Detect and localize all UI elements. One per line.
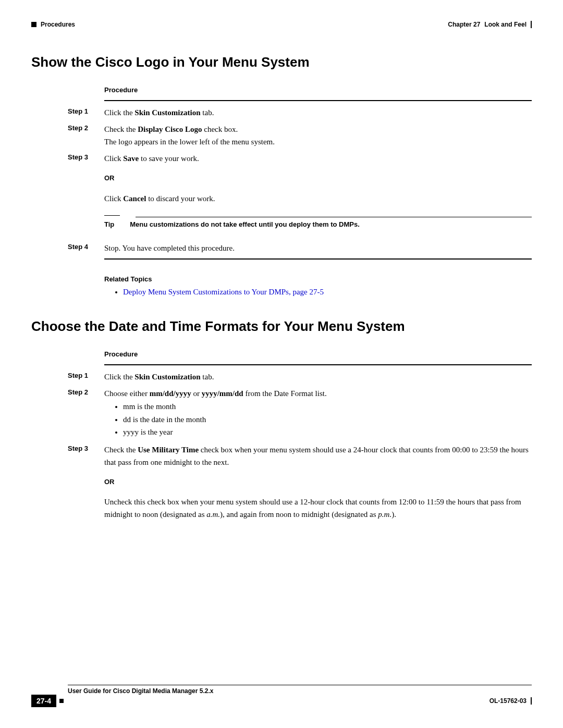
page-header: Procedures Chapter 27 Look and Feel xyxy=(31,21,532,28)
tip-text: Menu customizations do not take effect u… xyxy=(130,219,360,230)
breadcrumb: Procedures xyxy=(41,21,75,28)
header-divider xyxy=(531,21,532,28)
rule xyxy=(104,258,532,260)
header-marker xyxy=(31,22,36,27)
section-title-2: Choose the Date and Time Formats for You… xyxy=(31,318,532,335)
section-title-1: Show the Cisco Logo in Your Menu System xyxy=(31,54,532,70)
step-body: Check the Display Cisco Logo check box. … xyxy=(104,123,532,148)
related-link[interactable]: Deploy Menu System Customizations to You… xyxy=(123,288,324,296)
related-topics-label: Related Topics xyxy=(104,275,532,283)
step-body: Stop. You have completed this procedure. xyxy=(104,242,532,254)
steps-2: Step 1 Click the Skin Customization tab.… xyxy=(68,371,532,521)
step-body: Click Save to save your work. OR Click C… xyxy=(104,152,532,238)
header-right: Chapter 27 Look and Feel xyxy=(448,21,532,28)
page-number: 27-4 xyxy=(31,695,56,707)
bullet: mm is the month xyxy=(123,401,532,413)
step-label: Step 3 xyxy=(68,443,104,454)
or-label: OR xyxy=(104,173,532,184)
bullet: dd is the date in the month xyxy=(123,414,532,426)
step-body: Click the Skin Customization tab. xyxy=(104,371,532,383)
rule xyxy=(104,364,532,365)
chapter-number: Chapter 27 xyxy=(448,21,480,28)
step-label: Step 4 xyxy=(68,242,104,253)
bullet: yyyy is the year xyxy=(123,426,532,438)
steps-1: Step 1 Click the Skin Customization tab.… xyxy=(68,106,532,254)
tip-block: Tip Menu customizations do not take effe… xyxy=(104,215,532,232)
step-note: The logo appears in the lower left of th… xyxy=(104,135,532,148)
step-label: Step 3 xyxy=(68,152,104,163)
step-body: Check the Use Military Time check box wh… xyxy=(104,443,532,521)
procedure-label-1: Procedure xyxy=(104,86,532,94)
footer-guide-title: User Guide for Cisco Digital Media Manag… xyxy=(68,687,532,695)
page-footer: User Guide for Cisco Digital Media Manag… xyxy=(31,685,532,707)
date-bullets: mm is the month dd is the date in the mo… xyxy=(104,401,532,438)
chapter-title: Look and Feel xyxy=(484,21,527,28)
step-label: Step 1 xyxy=(68,371,104,381)
or-label: OR xyxy=(104,477,532,488)
header-left: Procedures xyxy=(31,21,75,28)
step-label: Step 1 xyxy=(68,106,104,117)
procedure-label-2: Procedure xyxy=(104,350,532,358)
footer-divider xyxy=(531,697,532,705)
footer-marker xyxy=(59,699,64,703)
doc-id: OL-15762-03 xyxy=(489,697,527,705)
rule xyxy=(104,100,532,101)
step-body: Choose either mm/dd/yyyy or yyyy/mm/dd f… xyxy=(104,387,532,439)
page: Procedures Chapter 27 Look and Feel Show… xyxy=(0,0,563,728)
step-label: Step 2 xyxy=(68,123,104,134)
tip-label: Tip xyxy=(104,219,114,230)
step-body: Click the Skin Customization tab. xyxy=(104,106,532,119)
related-topics-list: Deploy Menu System Customizations to You… xyxy=(104,286,532,298)
step-label: Step 2 xyxy=(68,387,104,398)
